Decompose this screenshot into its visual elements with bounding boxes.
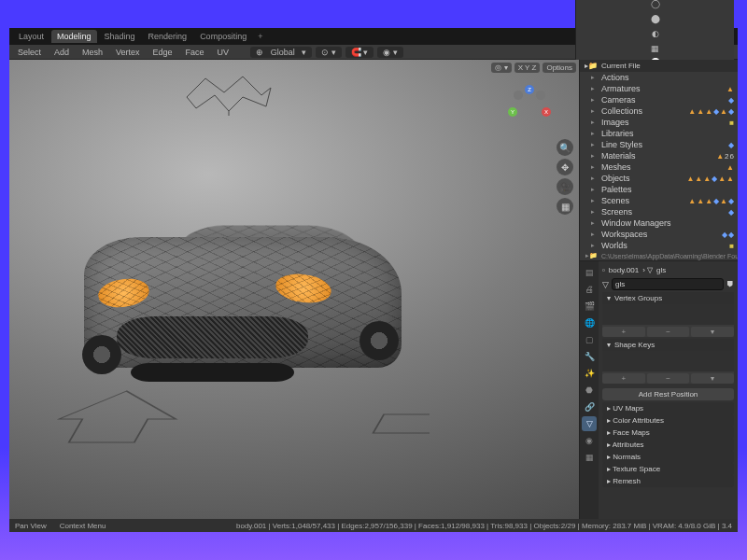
menu-face[interactable]: Face	[181, 47, 209, 58]
prop-tab-data[interactable]: ▽	[582, 416, 597, 431]
status-stats: body.001 | Verts:1,048/57,433 | Edges:2,…	[236, 522, 732, 530]
tab-rendering[interactable]: Rendering	[143, 30, 193, 43]
prop-tab-scene[interactable]: 🎬	[582, 299, 597, 314]
mesh-name-field[interactable]	[612, 278, 724, 290]
camera-view-icon[interactable]: 🎥	[557, 178, 573, 195]
outliner-header[interactable]: ▸📁 Current File	[580, 60, 738, 72]
tool-header: Select Add Mesh Vertex Edge Face UV ⊕ Gl…	[9, 45, 738, 60]
snap-dropdown[interactable]: 🧲 ▾	[345, 47, 374, 58]
light-gizmo	[177, 69, 280, 116]
outliner-item[interactable]: ▸Images■	[580, 117, 738, 128]
prop-tab-material[interactable]: ◉	[582, 433, 597, 448]
nav-gizmo[interactable]: X Y Z	[506, 83, 553, 130]
shading-solid-icon[interactable]: ⬤	[650, 13, 661, 24]
panel-collapsed[interactable]: ▸ Remesh	[602, 475, 734, 487]
outliner-item[interactable]: ▸Window Managers	[580, 217, 738, 229]
panel-collapsed[interactable]: ▸ Normals	[602, 451, 734, 463]
gizmo-z[interactable]: Z	[525, 85, 534, 94]
vg-remove[interactable]: −	[647, 327, 690, 337]
outliner-item[interactable]: ▸Workspaces◆◆	[580, 229, 738, 240]
xray-icon[interactable]: ▦	[650, 43, 661, 54]
prop-tab-constraints[interactable]: 🔗	[582, 399, 597, 414]
outliner-item[interactable]: ▸Line Styles◆	[580, 139, 738, 150]
panel-collapsed[interactable]: ▸ Color Attributes	[602, 414, 734, 427]
panel-vertex-groups: ▾ Vertex Groups +−▾	[602, 292, 734, 337]
3d-viewport[interactable]: ◎ ▾ X Y Z Options X Y Z 🔍 ✥ 🎥 ▦	[9, 60, 579, 519]
blender-window: Layout Modeling Shading Rendering Compos…	[9, 28, 738, 532]
car-lower-intake	[131, 363, 294, 382]
panel-collapsed[interactable]: ▸ UV Maps	[602, 402, 734, 414]
prop-tab-world[interactable]: 🌐	[582, 315, 597, 330]
status-bar: Pan View Context Menu body.001 | Verts:1…	[9, 519, 738, 532]
vg-menu[interactable]: ▾	[691, 327, 734, 337]
options-dropdown[interactable]: Options	[543, 63, 576, 73]
panel-header-vertex-groups[interactable]: ▾ Vertex Groups	[602, 292, 734, 304]
sk-menu[interactable]: ▾	[691, 373, 734, 384]
prop-tab-particles[interactable]: ✨	[582, 366, 597, 381]
gizmo-x[interactable]: X	[542, 107, 551, 117]
car-grille	[117, 316, 308, 358]
outliner-item[interactable]: ▸Armatures▲	[580, 83, 738, 94]
right-sidebar: ▸📁 Current File ▸Actions▸Armatures▲▸Came…	[579, 60, 738, 519]
orientation-dropdown[interactable]: ⊕ Global ▾	[250, 47, 312, 58]
vg-add[interactable]: +	[602, 327, 645, 337]
outliner-item[interactable]: ▸Screens◆	[580, 206, 738, 217]
overlays-icon[interactable]: ◐	[650, 28, 661, 39]
panel-shape-keys: ▾ Shape Keys +−▾	[602, 339, 734, 384]
outliner-item[interactable]: ▸Meshes▲	[580, 161, 738, 173]
tab-layout[interactable]: Layout	[13, 30, 49, 43]
menu-add[interactable]: Add	[49, 47, 74, 58]
panel-collapsed[interactable]: ▸ Texture Space	[602, 463, 734, 475]
breadcrumb: ▫ body.001 › ▽ gls	[602, 264, 734, 276]
menu-vertex[interactable]: Vertex	[111, 47, 145, 58]
proportional-dropdown[interactable]: ◉ ▾	[377, 47, 403, 58]
wheel-right	[359, 321, 399, 360]
gizmo-neg[interactable]	[536, 91, 545, 100]
pivot-dropdown[interactable]: ⊙ ▾	[316, 47, 342, 58]
properties-panel: ▤ 🖨 🎬 🌐 ▢ 🔧 ✨ ⬣ 🔗 ▽ ◉ ▦ ▫ body.001 › ▽ g…	[580, 261, 738, 519]
menu-uv[interactable]: UV	[213, 47, 234, 58]
outliner-path: ▸📁 C:\Users\elmas\AppData\Roaming\Blende…	[580, 251, 738, 260]
outliner-item[interactable]: ▸Objects▲▲▲◆▲▲	[580, 173, 738, 184]
outliner: ▸📁 Current File ▸Actions▸Armatures▲▸Came…	[580, 60, 738, 261]
panel-collapsed[interactable]: ▸ Attributes	[602, 439, 734, 451]
tab-modeling[interactable]: Modeling	[51, 30, 97, 43]
shading-wire-icon[interactable]: ◯	[650, 0, 661, 9]
prop-tab-render[interactable]: ▤	[582, 265, 597, 280]
overlay-toggle[interactable]: ◎ ▾	[491, 63, 511, 73]
add-workspace[interactable]: +	[258, 32, 262, 41]
crumb-object: body.001	[609, 266, 639, 274]
prop-tab-output[interactable]: 🖨	[582, 282, 597, 297]
sk-remove[interactable]: −	[647, 373, 690, 384]
datablock-users-icon[interactable]: ⛊	[726, 280, 734, 288]
gizmo-y[interactable]: Y	[508, 107, 517, 117]
prop-tab-object[interactable]: ▢	[582, 332, 597, 347]
gizmo-neg2[interactable]	[514, 91, 523, 100]
move-view-icon[interactable]: ✥	[557, 159, 573, 175]
ground-guides	[37, 368, 430, 508]
tab-compositing[interactable]: Compositing	[194, 30, 252, 43]
outliner-item[interactable]: ▸Collections▲▲▲◆▲◆	[580, 105, 738, 117]
outliner-item[interactable]: ▸Libraries	[580, 128, 738, 139]
outliner-item[interactable]: ▸Palettes	[580, 184, 738, 195]
outliner-item[interactable]: ▸Scenes▲▲▲◆▲◆	[580, 195, 738, 206]
axes-overlay[interactable]: X Y Z	[514, 63, 541, 73]
prop-tab-texture[interactable]: ▦	[582, 450, 597, 465]
perspective-icon[interactable]: ▦	[557, 198, 573, 215]
outliner-item[interactable]: ▸Cameras◆	[580, 94, 738, 105]
panel-collapsed[interactable]: ▸ Face Maps	[602, 427, 734, 439]
sk-add[interactable]: +	[602, 373, 645, 384]
panel-header-shape-keys[interactable]: ▾ Shape Keys	[602, 339, 734, 351]
menu-select[interactable]: Select	[13, 47, 46, 58]
zoom-icon[interactable]: 🔍	[557, 139, 573, 156]
add-rest-position-button[interactable]: Add Rest Position	[602, 388, 734, 400]
outliner-item[interactable]: ▸Worlds■	[580, 240, 738, 251]
mesh-icon: ▽	[602, 280, 609, 289]
prop-tab-physics[interactable]: ⬣	[582, 383, 597, 398]
outliner-item[interactable]: ▸Materials▲26	[580, 150, 738, 161]
menu-edge[interactable]: Edge	[148, 47, 177, 58]
tab-shading[interactable]: Shading	[99, 30, 141, 43]
prop-tab-modifiers[interactable]: 🔧	[582, 349, 597, 364]
menu-mesh[interactable]: Mesh	[78, 47, 107, 58]
outliner-item[interactable]: ▸Actions	[580, 72, 738, 83]
